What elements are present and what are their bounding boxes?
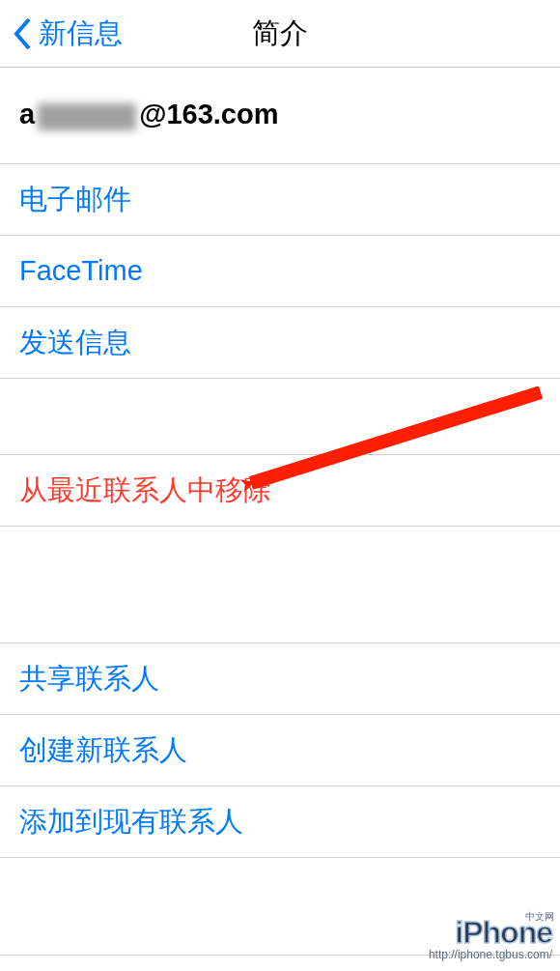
actions-group-3: 共享联系人 创建新联系人 添加到现有联系人 — [0, 643, 560, 858]
actions-group-1: 电子邮件 FaceTime 发送信息 — [0, 163, 560, 379]
watermark-logo: iPhone 中文网 — [429, 917, 552, 948]
action-share-contact[interactable]: 共享联系人 — [0, 643, 560, 715]
action-send-message[interactable]: 发送信息 — [0, 307, 560, 379]
action-email[interactable]: 电子邮件 — [0, 164, 560, 236]
back-button[interactable]: 新信息 — [12, 14, 123, 53]
watermark-sub: 中文网 — [525, 912, 554, 922]
redacted-segment — [38, 103, 136, 130]
chevron-left-icon — [12, 16, 33, 51]
contact-header: a @163.com — [0, 89, 560, 163]
page-title: 简介 — [252, 14, 308, 53]
navbar: 新信息 简介 — [0, 0, 560, 68]
watermark-url: http://iphone.tgbus.com/ — [429, 948, 552, 961]
action-add-to-existing[interactable]: 添加到现有联系人 — [0, 786, 560, 858]
section-gap — [0, 379, 560, 454]
action-facetime[interactable]: FaceTime — [0, 236, 560, 307]
action-remove-recent[interactable]: 从最近联系人中移除 — [0, 455, 560, 527]
watermark: iPhone 中文网 http://iphone.tgbus.com/ — [429, 917, 552, 961]
contact-email: a @163.com — [19, 99, 541, 130]
action-create-contact[interactable]: 创建新联系人 — [0, 715, 560, 786]
back-label: 新信息 — [39, 14, 123, 53]
actions-group-2: 从最近联系人中移除 — [0, 454, 560, 527]
content: a @163.com 电子邮件 FaceTime 发送信息 从最近联系人中移除 … — [0, 68, 560, 971]
section-gap — [0, 527, 560, 643]
email-suffix: @163.com — [139, 99, 278, 130]
email-prefix: a — [19, 99, 35, 130]
